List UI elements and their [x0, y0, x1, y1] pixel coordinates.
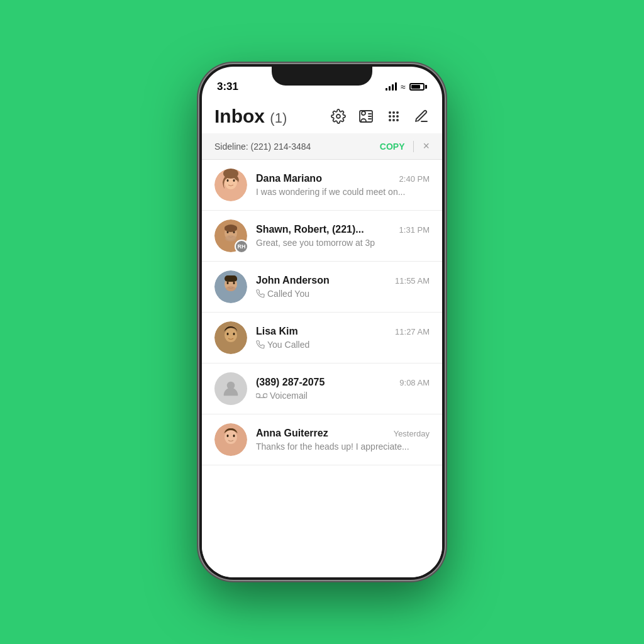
settings-icon[interactable]: [330, 108, 347, 125]
inbox-item-shawn[interactable]: RH Shawn, Robert, (221)... 1:31 PM Great…: [202, 211, 442, 262]
message-preview: I was wondering if we could meet on...: [256, 187, 430, 197]
message-time: 9:08 AM: [399, 378, 430, 387]
item-top: (389) 287-2075 9:08 AM: [256, 377, 430, 388]
contacts-icon[interactable]: [358, 108, 374, 125]
message-time: 2:40 PM: [399, 174, 430, 184]
avatar-wrapper: [214, 372, 247, 405]
inbox-list: Dana Mariano 2:40 PM I was wondering if …: [202, 160, 442, 465]
voicemail-preview: Voicemail: [256, 391, 430, 401]
inbox-item-dana[interactable]: Dana Mariano 2:40 PM I was wondering if …: [202, 160, 442, 211]
svg-point-13: [396, 119, 399, 121]
svg-point-43: [227, 435, 229, 437]
contact-name: (389) 287-2075: [256, 377, 325, 388]
message-time: 1:31 PM: [399, 225, 430, 235]
phone-device: 3:31 ≈: [199, 64, 445, 580]
svg-point-35: [227, 333, 229, 335]
message-time: Yesterday: [394, 429, 430, 438]
compose-icon[interactable]: [413, 108, 430, 125]
svg-point-30: [233, 282, 235, 284]
item-top: Shawn, Robert, (221)... 1:31 PM: [256, 224, 430, 235]
page-title: Inbox (1): [214, 106, 287, 127]
contact-name: Lisa Kim: [256, 326, 298, 337]
item-content: Lisa Kim 11:27 AM You Called: [256, 326, 430, 350]
item-content: Dana Mariano 2:40 PM I was wondering if …: [256, 173, 430, 197]
message-preview: Thanks for the heads up! I appreciate...: [256, 441, 430, 452]
inbox-item-anna[interactable]: Anna Guiterrez Yesterday Thanks for the …: [202, 414, 442, 465]
avatar-wrapper: [214, 423, 247, 456]
sideline-actions: COPY ×: [380, 140, 430, 153]
svg-point-38: [256, 394, 260, 397]
anna-avatar: [214, 423, 247, 456]
svg-point-11: [389, 119, 391, 121]
svg-point-18: [233, 179, 235, 182]
message-time: 11:27 AM: [395, 327, 430, 336]
notch: [272, 67, 372, 86]
grid-icon[interactable]: [386, 108, 402, 125]
svg-point-39: [264, 394, 267, 397]
svg-point-7: [396, 111, 399, 114]
svg-rect-25: [225, 226, 237, 231]
svg-point-17: [227, 179, 229, 182]
voicemail-icon: [256, 392, 267, 399]
app-header: Inbox (1): [202, 98, 442, 133]
inbox-item-lisa[interactable]: Lisa Kim 11:27 AM You Called: [202, 313, 442, 364]
sideline-bar: Sideline: (221) 214-3484 COPY ×: [202, 133, 442, 160]
svg-point-26: [225, 235, 236, 242]
item-top: Dana Mariano 2:40 PM: [256, 173, 430, 184]
svg-point-0: [336, 114, 340, 118]
divider: [413, 141, 414, 152]
battery-icon: [409, 83, 427, 91]
call-preview: You Called: [256, 340, 430, 350]
unknown-avatar: [214, 372, 247, 405]
svg-point-32: [226, 286, 236, 291]
call-icon: [256, 289, 265, 298]
inbox-item-unknown[interactable]: (389) 287-2075 9:08 AM Voicemail: [202, 364, 442, 414]
avatar-wrapper: [214, 270, 247, 303]
svg-point-42: [225, 430, 237, 444]
phone-frame: 3:31 ≈: [199, 64, 445, 580]
svg-point-34: [225, 328, 237, 342]
group-badge: RH: [235, 240, 248, 253]
phone-screen: 3:31 ≈: [202, 67, 442, 577]
svg-point-12: [392, 119, 395, 121]
svg-point-8: [389, 115, 391, 118]
svg-point-44: [233, 435, 235, 437]
item-top: Lisa Kim 11:27 AM: [256, 326, 430, 337]
call-icon: [256, 340, 265, 349]
contact-name: John Anderson: [256, 275, 330, 286]
app-content: Inbox (1): [202, 98, 442, 577]
wifi-icon: ≈: [401, 82, 406, 92]
lisa-avatar: [214, 321, 247, 354]
signal-icon: [386, 83, 397, 91]
copy-button[interactable]: COPY: [380, 142, 405, 152]
svg-point-5: [389, 111, 391, 114]
item-content: John Anderson 11:55 AM Called You: [256, 275, 430, 299]
status-time: 3:31: [217, 80, 238, 93]
contact-name: Anna Guiterrez: [256, 428, 328, 439]
svg-point-29: [227, 282, 229, 284]
item-content: Anna Guiterrez Yesterday Thanks for the …: [256, 428, 430, 452]
john-avatar: [214, 270, 247, 303]
svg-point-36: [233, 333, 235, 335]
header-icons: [330, 108, 430, 125]
contact-name: Dana Mariano: [256, 173, 322, 184]
item-content: (389) 287-2075 9:08 AM Voicemail: [256, 377, 430, 401]
dana-avatar: [214, 169, 247, 201]
status-icons: ≈: [386, 82, 427, 92]
close-sideline-button[interactable]: ×: [423, 140, 430, 153]
item-content: Shawn, Robert, (221)... 1:31 PM Great, s…: [256, 224, 430, 248]
person-icon: [221, 379, 240, 398]
svg-point-10: [396, 115, 399, 118]
message-time: 11:55 AM: [395, 276, 430, 286]
contact-name: Shawn, Robert, (221)...: [256, 224, 364, 235]
item-top: John Anderson 11:55 AM: [256, 275, 430, 286]
item-top: Anna Guiterrez Yesterday: [256, 428, 430, 439]
sideline-number: Sideline: (221) 214-3484: [214, 142, 311, 152]
message-preview: Great, see you tomorrow at 3p: [256, 238, 430, 248]
avatar-wrapper: [214, 169, 247, 201]
call-preview: Called You: [256, 289, 430, 299]
inbox-item-john[interactable]: John Anderson 11:55 AM Called You: [202, 262, 442, 313]
svg-point-6: [392, 111, 395, 114]
avatar-wrapper: RH: [214, 219, 247, 252]
svg-point-9: [392, 115, 395, 118]
